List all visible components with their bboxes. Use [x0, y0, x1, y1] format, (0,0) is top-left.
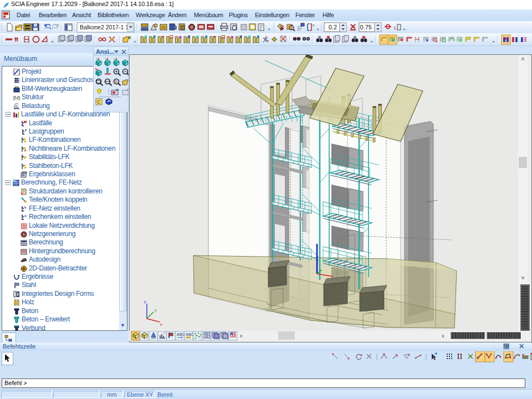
svg-text:0.75: 0.75: [360, 24, 372, 30]
svg-text:Ansi...: Ansi...: [96, 48, 114, 55]
svg-text:C: C: [97, 99, 101, 105]
svg-text:ABC: ABC: [186, 332, 193, 336]
svg-text:z: z: [144, 300, 146, 304]
svg-text:ABC: ABC: [177, 332, 185, 336]
svg-text:?: ?: [312, 23, 315, 28]
svg-text:1.: 1.: [393, 25, 397, 30]
svg-text:R: R: [115, 80, 118, 84]
svg-text:x: x: [160, 323, 162, 326]
svg-text:Balkone2 2017-1 1: Balkone2 2017-1 1: [80, 24, 129, 30]
svg-text:y: y: [155, 308, 157, 313]
svg-text:0.2: 0.2: [329, 24, 337, 30]
